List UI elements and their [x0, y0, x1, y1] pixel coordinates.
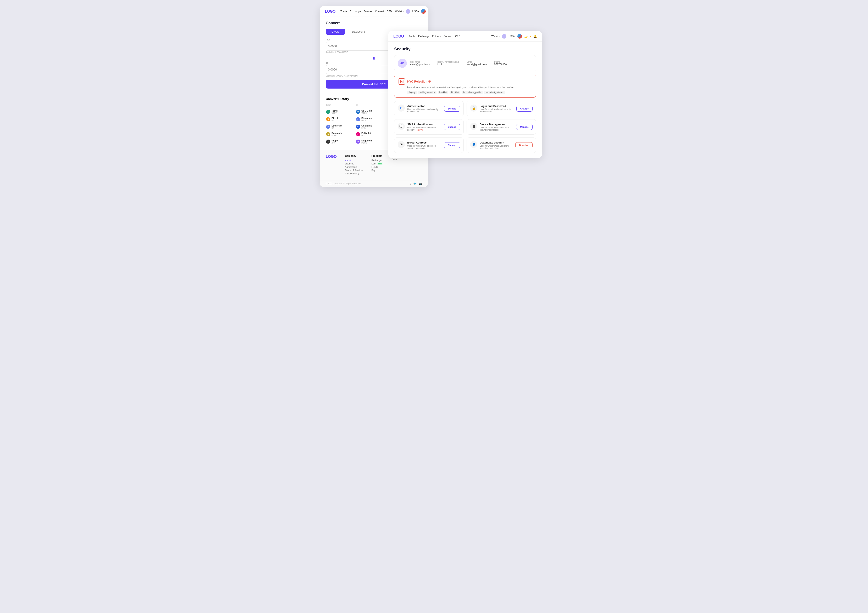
sec-info: Device Management Used for withdrawals a…	[480, 123, 514, 131]
sec-nav-wallet[interactable]: Wallet	[491, 35, 500, 38]
nav-trade[interactable]: Trade	[341, 10, 347, 13]
email-label: Email	[467, 61, 487, 63]
sec-info: Deactivate account Used for withdrawals …	[480, 141, 513, 149]
convert-title: Convert	[326, 21, 422, 25]
sec-nav-globe[interactable]: 🌐	[518, 34, 522, 39]
sec-nav-moon[interactable]: 🌙	[524, 35, 527, 38]
footer-licenses[interactable]: Licenses	[345, 163, 363, 165]
nav-usd-convert[interactable]: USD	[412, 10, 419, 13]
footer-logo: LOGO	[326, 155, 337, 159]
kyc-tag: blocklist	[450, 91, 460, 94]
sec-icon: 🖥	[470, 123, 477, 130]
footer-icon-help[interactable]: ?	[410, 182, 411, 185]
security-item: ✉ E-Mail Address Used for withdrawals an…	[394, 138, 463, 153]
security-body: Security AB Nick name email@gmail.com Id…	[388, 42, 542, 158]
sec-icon: 🔒	[470, 105, 477, 111]
svg-point-1	[401, 80, 403, 82]
nav-security: LOGO Trade Exchange Futures Convert CFD …	[388, 31, 542, 42]
tab-stablecoins[interactable]: Stablecoins	[346, 29, 371, 35]
id-label: Identity verification level	[437, 61, 459, 63]
security-item: 💬 SMS Authentication Used for withdrawal…	[394, 119, 463, 135]
nav-futures[interactable]: Futures	[364, 10, 372, 13]
footer-privacy[interactable]: Privacy Policy	[345, 172, 363, 175]
footer-fees[interactable]: Fees	[392, 158, 405, 160]
kyc-icon	[398, 78, 405, 85]
nav-links-convert: Trade Exchange Futures Convert CFD	[341, 10, 392, 13]
footer-about[interactable]: About	[345, 159, 363, 161]
security-title: Security	[394, 46, 536, 51]
sec-action-btn[interactable]: Change	[516, 106, 533, 111]
footer-agreements[interactable]: Agreements	[345, 166, 363, 168]
sec-desc: Used for withdrawals and security modifi…	[407, 108, 442, 113]
kyc-tag: blacklist	[438, 91, 448, 94]
profile-nick: Nick name email@gmail.com	[410, 61, 430, 66]
sec-desc: Used for withdrawals and lorem security …	[480, 127, 514, 131]
security-card: LOGO Trade Exchange Futures Convert CFD …	[388, 31, 542, 158]
sec-name: Login and Password	[480, 105, 514, 108]
remove-link[interactable]: Remove	[415, 129, 423, 131]
available-text: Available: 0.0000 USDT	[326, 51, 348, 54]
footer-products: Products Exchange Earn soon Funds Pay	[371, 155, 383, 176]
profile-email: Email email@gmail.com	[467, 61, 487, 66]
earn-badge: soon	[377, 163, 384, 165]
nav-exchange[interactable]: Exchange	[350, 10, 361, 13]
nav-wallet-convert[interactable]: Wallet	[395, 10, 404, 13]
sec-nav-exchange[interactable]: Exchange	[418, 35, 429, 38]
sec-info: E-Mail Address Used for withdrawals and …	[407, 141, 442, 149]
sec-icon: 👤	[470, 141, 477, 148]
profile-row: AB Nick name email@gmail.com Identity ve…	[394, 55, 536, 71]
sec-name: Device Management	[480, 123, 514, 126]
sec-name: Authenticator	[407, 105, 442, 108]
sec-action-btn[interactable]: Manage	[516, 124, 533, 130]
nav-cfd[interactable]: CFD	[387, 10, 392, 13]
nav-avatar-convert[interactable]	[406, 9, 410, 14]
sec-nav-avatar[interactable]	[502, 34, 507, 39]
sec-nav-cfd[interactable]: CFD	[455, 35, 460, 38]
sec-action-btn[interactable]: Change	[444, 124, 460, 130]
footer-terms[interactable]: Terms of Services	[345, 169, 363, 172]
footer-earn[interactable]: Earn soon	[371, 163, 383, 165]
nav-convert-link[interactable]: Convert	[375, 10, 384, 13]
sec-desc: Used for withdrawals and lorem security …	[407, 145, 442, 149]
security-item: 🔒 Login and Password Used for withdrawal…	[467, 101, 536, 116]
sec-name: Deactivate account	[480, 141, 513, 144]
sec-nav-futures[interactable]: Futures	[432, 35, 441, 38]
id-val: Lv 1	[437, 63, 459, 66]
sec-nav-convert[interactable]: Convert	[443, 35, 452, 38]
kyc-tag: forgery	[407, 91, 417, 94]
from-amount-input[interactable]	[328, 45, 398, 48]
sec-nav-bell[interactable]: 🔔	[533, 35, 537, 38]
footer-icon-twitter[interactable]: 🐦	[413, 182, 417, 185]
profile-phone: Phone 553768256	[494, 61, 507, 66]
footer-pay[interactable]: Pay	[371, 169, 383, 172]
logo-convert[interactable]: LOGO	[325, 9, 335, 14]
security-item: 🖥 Device Management Used for withdrawals…	[467, 119, 536, 135]
footer-icon-instagram[interactable]: 📷	[418, 182, 422, 185]
footer-funds[interactable]: Funds	[371, 166, 383, 168]
footer-exchange[interactable]: Exchange	[371, 159, 383, 161]
logo-security[interactable]: LOGO	[393, 34, 404, 39]
email-val: email@gmail.com	[467, 63, 487, 66]
sec-nav-trade[interactable]: Trade	[409, 35, 415, 38]
sec-action-btn[interactable]: Disable	[444, 106, 460, 111]
sec-info: Authenticator Used for withdrawals and s…	[407, 105, 442, 113]
nav-globe-convert[interactable]: 🌐	[421, 9, 426, 14]
sec-info: SMS Authentication Used for withdrawals …	[407, 123, 442, 131]
kyc-info-icon: ⓘ	[428, 80, 431, 84]
sec-nav-sun[interactable]: ●	[530, 35, 531, 38]
sec-nav-usd[interactable]: USD	[508, 35, 515, 38]
sec-icon: 💬	[398, 123, 405, 130]
nick-label: Nick name	[410, 61, 430, 63]
sec-desc: Used for withdrawals and security modifi…	[480, 108, 514, 113]
sec-action-btn[interactable]: Deactive	[515, 142, 533, 148]
phone-label: Phone	[494, 61, 507, 63]
sec-name: E-Mail Address	[407, 141, 442, 144]
footer-products-title: Products	[371, 155, 383, 157]
sec-action-btn[interactable]: Change	[444, 142, 460, 148]
kyc-tag: fraudulent_patterns	[484, 91, 505, 94]
kyc-tag: inconsistent_profile	[462, 91, 483, 94]
kyc-tag: selfie_mismatch	[418, 91, 437, 94]
tab-crypto[interactable]: Crypto	[326, 29, 345, 35]
kyc-header: KYC Rejection ⓘ	[398, 78, 532, 85]
phone-val: 553768256	[494, 63, 507, 66]
